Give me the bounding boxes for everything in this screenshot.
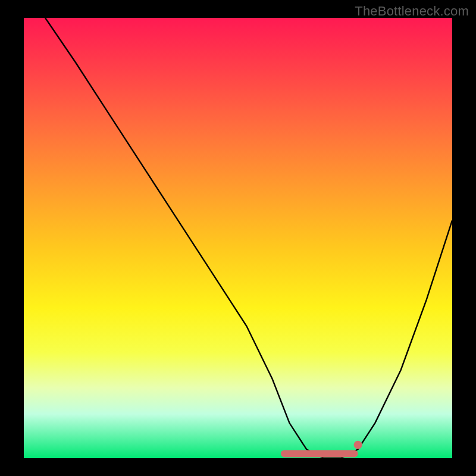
optimal-band-marker (281, 450, 358, 458)
watermark-text: TheBottleneck.com (355, 4, 469, 19)
optimal-point-marker (354, 441, 362, 449)
bottleneck-curve (45, 18, 452, 458)
curve-layer (24, 18, 452, 458)
chart-frame: TheBottleneck.com (0, 0, 476, 476)
plot-area (24, 18, 452, 458)
